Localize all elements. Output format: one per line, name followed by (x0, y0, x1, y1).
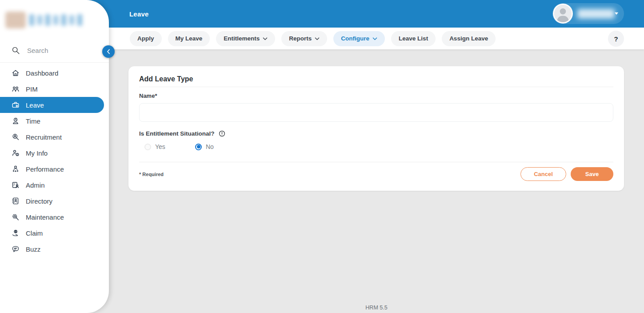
tab-configure[interactable]: Configure (333, 31, 385, 46)
chevron-down-icon (372, 37, 377, 40)
add-leave-type-card: Add Leave Type Name* Is Entitlement Situ… (128, 66, 624, 191)
sidebar-item-directory[interactable]: Directory (0, 193, 109, 209)
form-title: Add Leave Type (139, 75, 613, 87)
situational-label: Is Entitlement Situational? (139, 130, 215, 137)
tab-entitlements[interactable]: Entitlements (216, 31, 275, 46)
sidebar-item-label: Directory (26, 197, 52, 205)
sidebar-item-label: Leave (26, 101, 44, 109)
leave-icon (11, 100, 20, 109)
sidebar-item-leave[interactable]: Leave (0, 97, 104, 113)
sidebar-item-pim[interactable]: PIM (0, 81, 109, 97)
form-footer-divider (139, 162, 613, 162)
sidebar-item-admin[interactable]: Admin (0, 177, 109, 193)
tab-assign-leave[interactable]: Assign Leave (442, 31, 496, 46)
directory-icon (11, 197, 20, 205)
maintenance-icon (11, 213, 20, 221)
tab-my-leave[interactable]: My Leave (168, 31, 210, 46)
radio-option-yes[interactable]: Yes (144, 143, 195, 150)
sidebar-item-dashboard[interactable]: Dashboard (0, 65, 109, 81)
search-input[interactable] (26, 46, 84, 55)
buzz-icon (11, 245, 20, 253)
sidebar-item-performance[interactable]: Performance (0, 161, 109, 177)
save-button[interactable]: Save (571, 167, 613, 181)
tab-label: Reports (289, 35, 312, 42)
radio-label: No (206, 143, 214, 150)
situational-radio-group: Yes No (139, 143, 613, 150)
pim-icon (11, 84, 20, 93)
my-info-icon (11, 148, 20, 157)
tab-label: My Leave (176, 35, 203, 42)
tab-reports[interactable]: Reports (281, 31, 327, 46)
tab-label: Leave List (399, 35, 428, 42)
radio-option-no[interactable]: No (195, 143, 246, 150)
sidebar-item-label: Recruitment (26, 133, 62, 141)
caret-down-icon (615, 12, 618, 15)
chevron-down-icon (315, 37, 320, 40)
sidebar-item-time[interactable]: Time (0, 113, 109, 129)
avatar[interactable] (553, 4, 573, 24)
sidebar-item-claim[interactable]: Claim (0, 225, 109, 241)
admin-icon (11, 181, 20, 189)
info-icon[interactable] (218, 130, 226, 137)
sidebar-item-label: Admin (26, 181, 45, 189)
radio-circle[interactable] (195, 144, 202, 150)
tab-apply[interactable]: Apply (130, 31, 162, 46)
dashboard-icon (11, 68, 20, 77)
tab-label: Assign Leave (449, 35, 488, 42)
performance-icon (11, 165, 20, 173)
chevron-down-icon (263, 37, 268, 40)
sidebar-search (0, 46, 109, 63)
sidebar-item-label: Time (26, 117, 40, 125)
tab-label: Configure (341, 35, 369, 42)
tab-label: Entitlements (224, 35, 260, 42)
radio-label: Yes (155, 143, 165, 150)
sidebar-item-label: Maintenance (26, 213, 64, 221)
claim-icon (11, 229, 20, 237)
leave-type-name-input[interactable] (139, 103, 613, 122)
sidebar-item-label: My Info (26, 149, 48, 157)
sidebar-menu: Dashboard PIM Leave Time Recruitment (0, 65, 109, 257)
sidebar-item-maintenance[interactable]: Maintenance (0, 209, 109, 225)
required-note: * Required (139, 172, 164, 177)
sidebar-collapse-button[interactable] (102, 45, 115, 58)
user-name-blurred (577, 9, 615, 19)
tab-label: Apply (137, 35, 154, 42)
search-icon (11, 46, 20, 55)
sidebar-item-label: Claim (26, 229, 43, 237)
sidebar-item-label: PIM (26, 85, 38, 93)
cancel-button[interactable]: Cancel (520, 167, 566, 181)
leave-tabs: Apply My Leave Entitlements (130, 28, 496, 49)
orangehrm-logo (5, 11, 104, 29)
version-text: HRM 5.5 (109, 305, 644, 311)
time-icon (11, 116, 20, 125)
user-menu[interactable] (552, 3, 624, 24)
sidebar-item-label: Buzz (26, 245, 40, 253)
sidebar-item-buzz[interactable]: Buzz (0, 241, 109, 257)
tab-leave-list[interactable]: Leave List (391, 31, 436, 46)
sidebar-item-recruitment[interactable]: Recruitment (0, 129, 109, 145)
help-button[interactable]: ? (608, 31, 624, 47)
sidebar-item-label: Dashboard (26, 69, 58, 77)
name-field-label: Name* (139, 92, 613, 99)
sidebar-item-my-info[interactable]: My Info (0, 145, 109, 161)
radio-circle[interactable] (144, 144, 151, 150)
recruitment-icon (11, 132, 20, 141)
sidebar: Dashboard PIM Leave Time Recruitment (0, 0, 109, 313)
page-title: Leave (129, 10, 149, 18)
sidebar-item-label: Performance (26, 165, 64, 173)
